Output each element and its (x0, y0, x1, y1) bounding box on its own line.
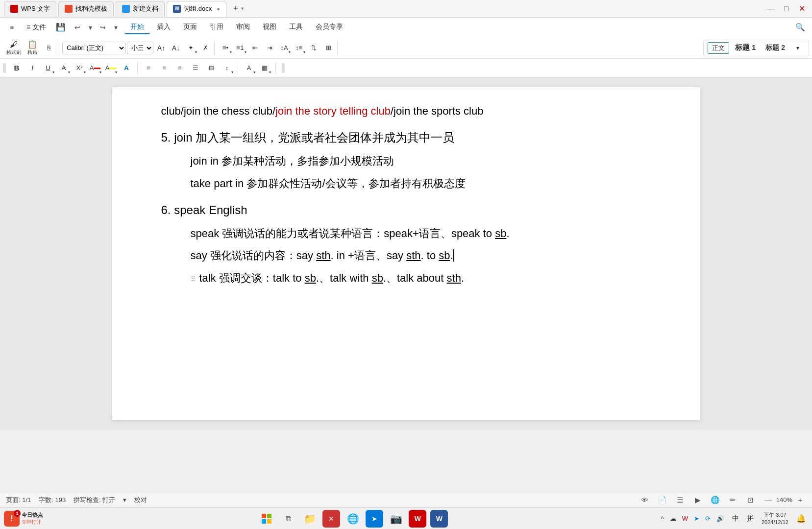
redo-dropdown[interactable]: ▾ (112, 20, 120, 35)
line-spacing-btn[interactable]: ↕≡ (292, 41, 306, 55)
tab-new[interactable]: 新建文档 (116, 1, 165, 17)
paste-btn[interactable]: 📋 粘贴 (24, 41, 41, 55)
font-increase-btn[interactable]: A↑ (154, 41, 168, 55)
notification-btn[interactable]: 🔔 (794, 514, 808, 523)
files-button[interactable]: 📁 (301, 510, 319, 528)
tab-find[interactable]: 找稻壳模板 (58, 1, 114, 17)
undo-dropdown[interactable]: ▾ (86, 20, 94, 35)
pen-icon[interactable]: ✏ (727, 494, 739, 506)
maximize-button[interactable]: □ (781, 4, 792, 13)
highlight-btn[interactable]: A (104, 61, 118, 75)
search-button[interactable]: 🔍 (792, 20, 808, 35)
table-layout-btn[interactable]: ⊟ (204, 61, 218, 75)
outdent-btn[interactable]: ⇤ (248, 41, 262, 55)
close-button[interactable]: ✕ (796, 4, 808, 13)
tray-update-icon[interactable]: ⟳ (703, 515, 713, 522)
font-format-btn[interactable]: ✦ (184, 41, 197, 55)
tab-find-label: 找稻壳模板 (75, 4, 107, 13)
bold-btn[interactable]: B (10, 61, 24, 75)
minimize-button[interactable]: — (763, 4, 777, 13)
bullet-list-btn[interactable]: ≡• (219, 41, 232, 55)
tray-speaker-btn[interactable]: 🔊 (714, 515, 726, 522)
translate-icon[interactable]: 🌐 (710, 494, 721, 506)
align-left-btn[interactable]: ≡ (142, 61, 155, 75)
menu-start[interactable]: 开始 (124, 21, 150, 34)
strikethrough-btn[interactable]: A (57, 61, 71, 75)
font-decrease-btn[interactable]: A↓ (169, 41, 183, 55)
copy-btn[interactable]: ⎘ (42, 41, 56, 55)
arrow-button[interactable]: ➤ (366, 510, 383, 528)
text-color2-btn[interactable]: A (242, 61, 256, 75)
tray-arrow-btn[interactable]: ➤ (692, 515, 701, 522)
input-method-zh[interactable]: 中 (730, 514, 741, 523)
edge-button[interactable]: 🌐 (344, 510, 362, 528)
doc-talk-sb1: sb (305, 272, 316, 284)
paragraph-sort-btn[interactable]: ↕A (277, 41, 291, 55)
camera-button[interactable]: 📷 (387, 510, 405, 528)
indent-btn[interactable]: ⇥ (263, 41, 276, 55)
news-icon[interactable]: ! 1 (4, 511, 20, 527)
align-right-btn[interactable]: ≡ (173, 61, 187, 75)
menu-view[interactable]: 视图 (257, 21, 282, 34)
menu-tools[interactable]: 工具 (283, 21, 309, 34)
cancel-button[interactable]: ✕ (322, 510, 340, 528)
tab-word[interactable]: W 词组.docx ● (167, 1, 226, 17)
tray-cloud-btn[interactable]: ☁ (668, 515, 678, 522)
shading-btn[interactable]: ▦ (258, 61, 271, 75)
menu-file[interactable]: ≡ 文件 (21, 21, 52, 34)
zoom-in-btn[interactable]: + (794, 494, 806, 506)
hamburger-menu-button[interactable]: ≡ (4, 20, 20, 35)
status-spellcheck[interactable]: 拼写检查: 打开 (74, 496, 115, 505)
doc-talk-end: . (461, 272, 464, 284)
word-app-button[interactable]: W (430, 510, 448, 528)
format-painter-btn[interactable]: 🖌 格式刷 (5, 41, 23, 55)
align-justify-btn[interactable]: ☰ (189, 61, 202, 75)
play-icon[interactable]: ▶ (692, 494, 704, 506)
input-method-py[interactable]: 拼 (745, 514, 756, 523)
zoom-out-btn[interactable]: — (763, 494, 774, 506)
new-tab-button[interactable]: + ▾ (228, 1, 249, 17)
menu-vip[interactable]: 会员专享 (310, 21, 349, 34)
menu-review[interactable]: 审阅 (230, 21, 256, 34)
toolbar-sep-1 (137, 62, 138, 74)
start-button[interactable] (258, 510, 275, 528)
clear-format-btn[interactable]: ✗ (198, 41, 212, 55)
style-h1-btn[interactable]: 标题 1 (731, 42, 760, 53)
style-normal-btn[interactable]: 正文 (708, 42, 729, 54)
tab-wps[interactable]: WPS 文字 (4, 1, 56, 17)
tab-word-close[interactable]: ● (217, 6, 220, 12)
tab-wps-label: WPS 文字 (21, 4, 50, 13)
underline-btn[interactable]: U (41, 61, 55, 75)
clock-display[interactable]: 下午 3:07 2024/12/12 (760, 511, 790, 526)
task-view-button[interactable]: ⧉ (279, 510, 297, 528)
status-dropdown[interactable]: ▾ (123, 496, 126, 504)
outline-icon[interactable]: ☰ (674, 494, 686, 506)
view-icon[interactable]: 👁 (639, 494, 651, 506)
align-center-btn[interactable]: ≡ (157, 61, 171, 75)
screen-icon[interactable]: ⊡ (745, 494, 757, 506)
font-size-select[interactable]: 小三 (127, 42, 153, 54)
sort-btn[interactable]: ⇅ (307, 41, 320, 55)
undo-btn[interactable]: ↩ (70, 20, 85, 35)
tray-expand-btn[interactable]: ^ (659, 515, 666, 522)
wps-app-button[interactable]: W (409, 510, 426, 528)
drag-handle-icon[interactable]: ⠿ (191, 274, 196, 286)
font-name-select[interactable]: Calibri (正文) (62, 42, 126, 54)
style-h2-btn[interactable]: 标题 2 (762, 43, 789, 53)
italic-btn[interactable]: I (25, 61, 39, 75)
redo-btn[interactable]: ↪ (95, 20, 111, 35)
menu-ref[interactable]: 引用 (204, 21, 229, 34)
tray-wps-icon[interactable]: W (680, 515, 690, 522)
font-color-btn[interactable]: A (88, 61, 102, 75)
borders-btn[interactable]: ⊞ (321, 41, 335, 55)
para-spacing-btn[interactable]: ↕ (220, 61, 234, 75)
menu-page[interactable]: 页面 (177, 21, 203, 34)
taskbar-news[interactable]: 今日热点 立即打开 (22, 511, 43, 526)
save-icon-btn[interactable]: 💾 (53, 20, 69, 35)
document-view-icon[interactable]: 📄 (657, 494, 668, 506)
numbered-list-btn[interactable]: ≡1 (233, 41, 247, 55)
superscript-btn[interactable]: X² (73, 61, 86, 75)
text-effects-btn[interactable]: A (120, 61, 133, 75)
menu-insert[interactable]: 插入 (151, 21, 176, 34)
style-expand-btn[interactable]: ▾ (791, 41, 805, 55)
